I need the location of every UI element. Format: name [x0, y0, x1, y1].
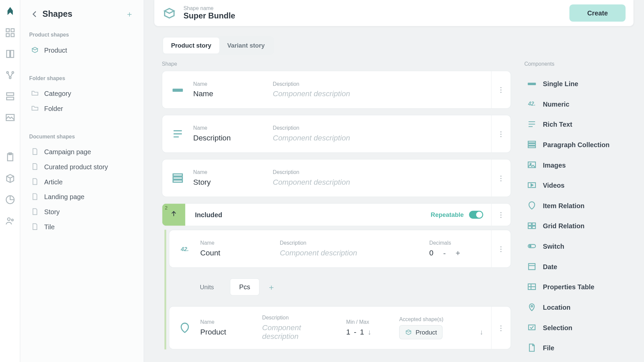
nav-box-icon[interactable]: [5, 173, 15, 184]
palette-date[interactable]: Date: [524, 256, 622, 277]
component-name-input[interactable]: Count: [200, 249, 280, 257]
palette-paragraph[interactable]: Paragraph Collection: [524, 134, 622, 155]
component-name-input[interactable]: Name: [193, 90, 273, 99]
accepted-shape-chip[interactable]: Product: [399, 325, 442, 339]
arrow-down-icon[interactable]: ↓: [368, 328, 371, 337]
more-menu-button[interactable]: ⋮: [491, 204, 511, 226]
more-menu-button[interactable]: ⋮: [491, 115, 511, 153]
sidebar-item-label: Folder: [44, 105, 63, 112]
palette-videos[interactable]: Videos: [524, 175, 622, 195]
palette-grid-relation[interactable]: Grid Relation: [524, 216, 622, 236]
more-menu-button[interactable]: ⋮: [491, 230, 511, 267]
product-icon: [405, 329, 412, 336]
sidebar-item-label: Category: [44, 89, 71, 97]
nav-network-icon[interactable]: [5, 70, 15, 80]
svg-point-13: [7, 218, 10, 221]
component-desc-input[interactable]: Component description: [262, 323, 337, 341]
sidebar-item-category[interactable]: Category: [29, 86, 135, 101]
add-unit-button[interactable]: ＋: [267, 282, 275, 292]
component-name-input[interactable]: Story: [193, 178, 273, 187]
palette-location[interactable]: Location: [524, 297, 622, 317]
arrow-down-icon[interactable]: ↓: [480, 328, 483, 336]
svg-rect-21: [173, 180, 182, 182]
svg-rect-19: [173, 174, 182, 176]
palette-properties-table[interactable]: Properties Table: [524, 277, 622, 297]
increment-button[interactable]: +: [455, 248, 460, 258]
palette-item-label: Single Line: [543, 80, 578, 87]
back-arrow-icon[interactable]: [29, 9, 40, 19]
nav-book-icon[interactable]: [5, 49, 15, 59]
sidebar-item-story[interactable]: Story: [29, 204, 135, 219]
sidebar-item-curated[interactable]: Curated product story: [29, 159, 135, 174]
svg-point-6: [9, 77, 11, 78]
create-button[interactable]: Create: [570, 4, 626, 21]
svg-rect-28: [528, 146, 536, 148]
palette-item-label: File: [543, 344, 554, 351]
add-shape-button[interactable]: ＋: [124, 9, 135, 19]
tab-variant-story[interactable]: Variant story: [219, 38, 273, 53]
palette-item-label: Numeric: [543, 100, 570, 108]
item-relation-icon: [527, 200, 537, 210]
nav-grid-icon[interactable]: [5, 27, 15, 38]
repeatable-toggle[interactable]: Repeatable: [431, 211, 491, 219]
sidebar-item-landing[interactable]: Landing page: [29, 189, 135, 204]
component-desc-input[interactable]: Component description: [280, 249, 420, 257]
field-label: Description: [280, 240, 420, 246]
arrow-up-icon[interactable]: [170, 210, 178, 220]
sidebar-item-tile[interactable]: Tile: [29, 219, 135, 234]
document-icon: [31, 178, 39, 186]
tab-product-story[interactable]: Product story: [163, 38, 219, 53]
sidebar-item-product[interactable]: Product: [29, 43, 135, 58]
palette-label: Components: [524, 61, 622, 67]
more-menu-button[interactable]: ⋮: [491, 307, 511, 349]
component-desc-input[interactable]: Component description: [273, 90, 482, 99]
decrement-button[interactable]: -: [443, 248, 446, 258]
sidebar: Shapes ＋ Product shapes Product Folder s…: [20, 0, 144, 362]
svg-rect-1: [11, 29, 14, 32]
svg-rect-3: [11, 34, 14, 37]
palette-single-line[interactable]: Single Line: [524, 73, 622, 94]
chunk-title-input[interactable]: Included: [185, 211, 431, 218]
palette-item-label: Selection: [543, 323, 573, 331]
rich-text-icon: [527, 119, 537, 129]
palette-item-label: Switch: [543, 242, 565, 250]
sidebar-item-campaign-page[interactable]: Campaign page: [29, 144, 135, 159]
document-icon: [31, 207, 39, 216]
nav-pie-icon[interactable]: [5, 194, 15, 205]
min-value[interactable]: 1: [346, 328, 350, 337]
unit-chip[interactable]: Pcs: [230, 278, 259, 295]
palette-selection[interactable]: Selection: [524, 317, 622, 338]
palette-switch[interactable]: Switch: [524, 236, 622, 256]
document-icon: [31, 193, 39, 201]
nav-clipboard-icon[interactable]: [5, 152, 15, 163]
nav-users-icon[interactable]: [5, 216, 15, 226]
palette-item-label: Videos: [543, 181, 565, 189]
palette-file[interactable]: File: [524, 338, 622, 358]
nav-image-icon[interactable]: [5, 112, 15, 123]
palette-item-label: Item Relation: [543, 202, 585, 209]
sidebar-item-folder[interactable]: Folder: [29, 101, 135, 116]
date-icon: [527, 261, 537, 271]
properties-table-icon: [527, 282, 537, 292]
item-relation-icon: [178, 322, 191, 334]
nav-layers-icon[interactable]: [5, 91, 15, 102]
shape-icon: [162, 6, 176, 20]
svg-rect-26: [528, 141, 536, 143]
chunk-count-badge: 2: [162, 204, 185, 226]
more-menu-button[interactable]: ⋮: [491, 71, 511, 108]
component-name-input[interactable]: Description: [193, 134, 273, 142]
palette-rich-text[interactable]: Rich Text: [524, 114, 622, 134]
sidebar-item-article[interactable]: Article: [29, 174, 135, 189]
shape-name-input[interactable]: Super Bundle: [183, 11, 562, 21]
component-desc-input[interactable]: Component description: [273, 134, 482, 142]
max-value[interactable]: 1: [360, 328, 364, 337]
toggle-switch[interactable]: [469, 211, 483, 219]
palette-numeric[interactable]: 42.Numeric: [524, 94, 622, 114]
component-desc-input[interactable]: Component description: [273, 178, 482, 187]
palette-item-relation[interactable]: Item Relation: [524, 195, 622, 216]
selection-icon: [527, 322, 537, 332]
palette-images[interactable]: Images: [524, 155, 622, 175]
more-menu-button[interactable]: ⋮: [491, 160, 511, 197]
component-name-input[interactable]: Product: [200, 328, 262, 337]
svg-rect-2: [6, 34, 9, 37]
